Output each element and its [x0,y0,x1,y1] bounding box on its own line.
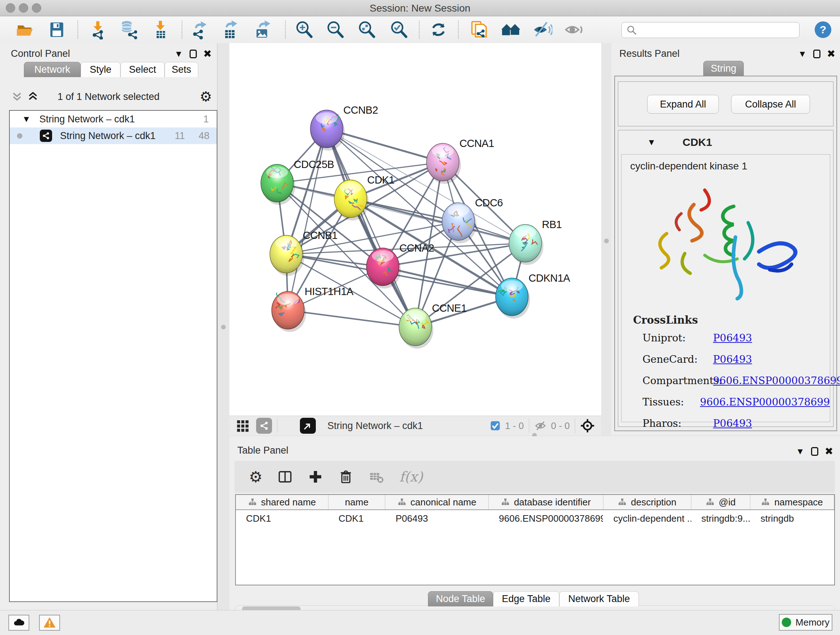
column-header-shared-name[interactable]: shared name [236,495,328,509]
network-node-ccnb2[interactable] [310,110,345,150]
network-node-ccne1[interactable] [399,308,433,348]
crosslink-row: Compartments:9606.ENSP00000378699 [643,375,830,386]
collapse-all-tree-icon[interactable] [11,90,23,104]
tab-network-table[interactable]: Network Table [559,591,639,606]
delete-table-icon[interactable] [368,469,385,485]
network-options-gear-icon[interactable]: ⚙ [200,89,212,105]
column-header--id[interactable]: @id [691,495,750,509]
crosslink-value-link[interactable]: 9606.ENSP00000378699 [713,375,840,386]
network-edge[interactable] [288,310,415,327]
collection-expand-icon[interactable]: ▼ [22,115,31,124]
network-node-cdkn1a[interactable] [496,278,530,318]
panel-maximize-icon[interactable] [813,50,821,58]
panel-maximize-icon[interactable] [811,447,818,456]
table-row[interactable]: CDK1CDK1P064939606.ENSP00000378699cyclin… [236,510,834,527]
tab-node-table[interactable]: Node Table [428,591,493,606]
network-node-rb1[interactable] [509,225,543,265]
tab-select[interactable]: Select [120,62,164,77]
panel-float-icon[interactable]: ▼ [174,50,183,58]
search-text-field[interactable] [637,24,790,36]
export-table-button[interactable] [219,19,240,40]
panel-float-icon[interactable]: ▼ [796,447,805,456]
vertical-splitter-left[interactable] [218,43,229,610]
collapse-all-button[interactable]: Collapse All [731,95,810,114]
export-image-button[interactable] [252,19,273,40]
column-tree-icon [706,498,714,507]
main-toolbar: ? [0,16,840,43]
network-canvas[interactable]: CCNB2CCNA1CDC25BCDK1CDC6RB1CCNB1CCNA2CDK… [229,43,601,416]
first-neighbors-button[interactable] [500,19,521,40]
entry-collapse-icon[interactable]: ▼ [647,138,656,147]
help-button[interactable]: ? [815,21,831,38]
apply-layout-button[interactable] [428,19,449,40]
import-network-from-database-button[interactable] [118,19,139,40]
open-session-button[interactable] [14,19,35,40]
network-node-ccna2[interactable] [366,248,401,288]
memory-button[interactable]: Memory [779,614,832,631]
network-node-cdc25b[interactable] [261,165,295,205]
hide-selected-button[interactable] [532,19,553,40]
tab-edge-table[interactable]: Edge Table [493,591,559,606]
column-header-description[interactable]: description [603,495,691,509]
network-collection-row[interactable]: ▼ String Network – cdk1 1 [10,111,217,127]
crosslink-value-link[interactable]: P06493 [713,332,752,344]
show-hidden-button[interactable] [564,19,584,40]
network-row-selected[interactable]: String Network – cdk1 11 48 [10,127,217,144]
crosslink-value-link[interactable]: 9606.ENSP00000378699 [700,396,830,408]
panel-float-icon[interactable]: ▼ [798,50,807,58]
vertical-splitter-right[interactable] [601,43,611,435]
network-node-count: 11 [175,130,185,141]
export-view-icon[interactable] [300,418,316,434]
add-column-icon[interactable] [308,469,324,485]
network-node-cdc6[interactable] [442,203,477,243]
hidden-eye-icon[interactable] [534,420,546,432]
share-view-icon[interactable] [256,418,272,434]
column-tree-icon [501,498,510,507]
selected-checkbox-icon[interactable] [490,420,501,431]
show-columns-icon[interactable] [277,469,293,485]
warning-status-button[interactable] [39,615,60,631]
table-settings-gear-icon[interactable]: ⚙ [249,468,263,486]
column-header-database-identifier[interactable]: database identifier [489,495,603,509]
panel-close-icon[interactable]: ✖ [827,49,835,59]
delete-column-icon[interactable] [338,469,354,485]
crosslink-value-link[interactable]: P06493 [713,417,752,429]
column-header-namespace[interactable]: namespace [750,495,834,509]
expand-all-button[interactable]: Expand All [647,95,719,114]
network-edge[interactable] [288,129,327,310]
clone-network-button[interactable] [468,19,489,40]
zoom-in-button[interactable] [294,19,315,40]
table-panel: Table Panel ▼ ✖ ⚙ f(x) shared namenameca… [229,436,840,610]
column-header-canonical-name[interactable]: canonical name [385,495,489,509]
crosslink-value-link[interactable]: P06493 [713,353,752,365]
search-input[interactable] [622,22,799,38]
network-node-ccna1[interactable] [426,143,461,184]
birdseye-grid-icon[interactable] [236,418,250,433]
zoom-in-icon [294,20,314,40]
network-node-cdk1[interactable] [334,180,369,220]
import-table-from-file-button[interactable] [150,19,171,40]
zoom-out-button[interactable] [325,19,346,40]
import-network-from-file-button[interactable] [88,19,109,40]
panel-close-icon[interactable]: ✖ [825,447,833,456]
export-network-button[interactable] [189,19,210,40]
cloud-status-button[interactable] [8,615,29,631]
tab-network[interactable]: Network [24,62,81,77]
panel-close-icon[interactable]: ✖ [203,49,212,59]
network-node-hist1h1a[interactable] [272,291,306,332]
function-builder-icon[interactable]: f(x) [399,469,423,485]
panel-maximize-icon[interactable] [189,50,197,58]
tab-sets[interactable]: Sets [164,62,198,77]
column-header-name[interactable]: name [328,495,385,509]
crosslink-row: Tissues:9606.ENSP00000378699 [643,396,830,408]
zoom-selected-button[interactable] [388,19,409,40]
expand-all-tree-icon[interactable] [27,90,39,104]
control-panel-title: Control Panel [11,48,70,59]
zoom-fit-button[interactable] [356,19,377,40]
fit-content-crosshair-icon[interactable] [580,418,595,433]
save-session-button[interactable] [46,19,67,40]
network-edge[interactable] [383,267,512,297]
node-entry-header[interactable]: ▼ CDK1 [618,130,833,154]
tab-string[interactable]: String [703,61,744,76]
tab-style[interactable]: Style [81,62,120,77]
